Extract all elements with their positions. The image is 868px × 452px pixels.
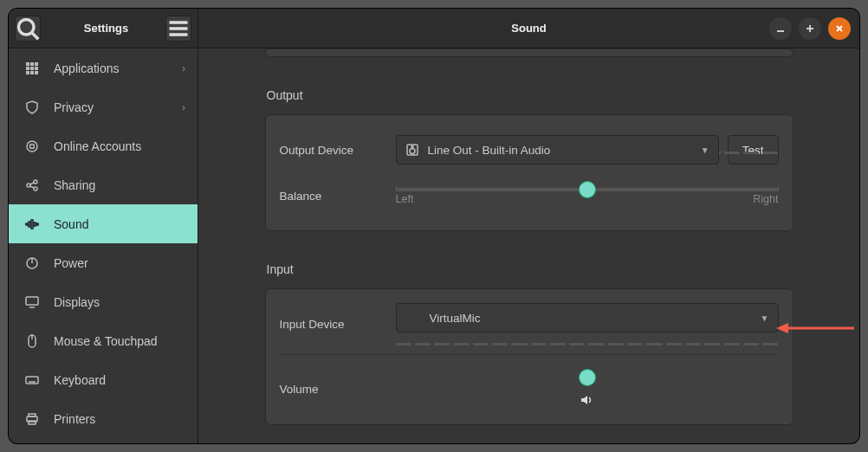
sidebar-item-label: Keyboard xyxy=(54,373,106,387)
svg-line-25 xyxy=(30,186,35,188)
chevron-right-icon: › xyxy=(182,100,185,113)
svg-rect-42 xyxy=(29,414,36,416)
search-button[interactable] xyxy=(15,16,41,42)
minimize-button[interactable] xyxy=(769,17,792,40)
settings-window: Settings Sound Applications › Privacy xyxy=(9,9,859,443)
svg-rect-10 xyxy=(26,62,29,66)
input-card: Input Device VirtualMic ▼ xyxy=(265,288,794,425)
sidebar-item-online-accounts[interactable]: Online Accounts xyxy=(9,126,198,165)
sidebar-item-sharing[interactable]: Sharing xyxy=(9,165,198,204)
input-level-meter xyxy=(396,343,779,345)
svg-point-21 xyxy=(27,184,30,187)
annotation-arrow xyxy=(776,322,854,334)
page-title: Sound xyxy=(511,22,546,35)
chevron-down-icon: ▼ xyxy=(761,313,769,323)
input-section-title: Input xyxy=(267,262,794,276)
content: Applications › Privacy › Online Accounts… xyxy=(9,48,859,443)
speaker-icon xyxy=(405,143,419,157)
balance-knob[interactable] xyxy=(580,182,595,197)
svg-rect-33 xyxy=(26,297,38,305)
hamburger-icon xyxy=(166,16,191,41)
close-button[interactable] xyxy=(828,17,851,40)
output-section-title: Output xyxy=(267,88,794,102)
svg-rect-14 xyxy=(30,67,34,70)
svg-rect-29 xyxy=(34,223,36,226)
close-icon xyxy=(835,24,844,33)
balance-label: Balance xyxy=(280,190,382,203)
sidebar-item-label: Mouse & Touchpad xyxy=(54,334,158,348)
printer-icon xyxy=(24,411,40,427)
sidebar-item-label: Power xyxy=(54,256,88,270)
sidebar-item-label: Displays xyxy=(54,295,100,309)
input-volume-row: Volume xyxy=(280,354,779,410)
balance-right-label: Right xyxy=(753,193,778,205)
grid-icon xyxy=(24,61,40,76)
svg-rect-28 xyxy=(31,220,33,229)
sidebar: Applications › Privacy › Online Accounts… xyxy=(9,48,198,443)
svg-point-22 xyxy=(34,180,37,184)
svg-point-46 xyxy=(411,146,413,148)
sidebar-item-sound[interactable]: Sound xyxy=(9,204,198,243)
svg-rect-18 xyxy=(35,71,38,74)
sidebar-item-displays[interactable]: Displays xyxy=(9,282,198,321)
sidebar-item-label: Sharing xyxy=(54,178,95,192)
sound-icon xyxy=(24,216,40,232)
input-device-combo[interactable]: VirtualMic ▼ xyxy=(396,303,779,333)
previous-card-bottom xyxy=(265,48,794,57)
output-device-label: Output Device xyxy=(280,144,382,157)
test-button[interactable]: Test xyxy=(728,135,779,165)
svg-point-23 xyxy=(34,187,37,190)
sidebar-item-privacy[interactable]: Privacy › xyxy=(9,87,198,126)
volume-high-icon xyxy=(580,393,595,410)
sidebar-item-power[interactable]: Power xyxy=(9,243,198,282)
minimize-icon xyxy=(776,24,785,33)
test-button-label: Test xyxy=(742,144,764,157)
sidebar-item-label: Sound xyxy=(54,217,88,231)
power-icon xyxy=(24,255,40,271)
output-device-value: Line Out - Built-in Audio xyxy=(428,144,551,157)
balance-row: Balance Left Right xyxy=(280,175,779,216)
sidebar-item-keyboard[interactable]: Keyboard xyxy=(9,360,198,399)
sidebar-item-label: Online Accounts xyxy=(54,139,141,153)
svg-marker-48 xyxy=(776,323,788,333)
svg-point-20 xyxy=(30,144,35,148)
at-icon xyxy=(24,139,40,154)
display-icon xyxy=(24,294,40,310)
svg-line-1 xyxy=(32,33,38,39)
output-device-combo[interactable]: Line Out - Built-in Audio ▼ xyxy=(396,135,719,165)
app-title: Settings xyxy=(47,22,165,35)
balance-slider[interactable]: Left Right xyxy=(396,186,779,205)
share-icon xyxy=(24,178,40,193)
sidebar-item-label: Printers xyxy=(54,412,95,426)
sidebar-item-label: Applications xyxy=(54,61,120,75)
input-device-value: VirtualMic xyxy=(430,312,481,325)
titlebar-center: Sound xyxy=(198,9,859,48)
input-device-row: Input Device VirtualMic ▼ xyxy=(280,303,779,345)
hamburger-button[interactable] xyxy=(165,16,191,42)
sidebar-item-printers[interactable]: Printers xyxy=(9,399,198,438)
svg-rect-43 xyxy=(29,421,36,424)
svg-point-45 xyxy=(410,149,415,154)
sidebar-item-mouse-touchpad[interactable]: Mouse & Touchpad xyxy=(9,321,198,360)
shield-icon xyxy=(24,100,40,115)
svg-rect-16 xyxy=(26,71,29,74)
mouse-icon xyxy=(24,333,40,349)
input-device-label: Input Device xyxy=(280,318,382,331)
window-controls xyxy=(769,9,856,48)
svg-rect-26 xyxy=(26,223,28,225)
svg-point-19 xyxy=(27,141,37,152)
chevron-down-icon: ▼ xyxy=(701,145,709,155)
chevron-right-icon: › xyxy=(182,61,185,74)
output-device-row: Output Device Line Out - Built-in Audio … xyxy=(280,129,779,171)
input-volume-label: Volume xyxy=(280,383,382,396)
svg-rect-13 xyxy=(26,67,29,70)
svg-rect-27 xyxy=(29,222,30,227)
svg-rect-37 xyxy=(26,377,38,384)
sidebar-item-label: Privacy xyxy=(54,100,94,114)
sidebar-item-applications[interactable]: Applications › xyxy=(9,48,198,87)
output-card: Output Device Line Out - Built-in Audio … xyxy=(265,114,794,231)
maximize-button[interactable] xyxy=(799,17,821,40)
input-volume-knob[interactable] xyxy=(580,370,595,385)
search-icon xyxy=(16,16,40,41)
main-pane: Output Output Device Line Out - Built-in… xyxy=(198,48,859,443)
